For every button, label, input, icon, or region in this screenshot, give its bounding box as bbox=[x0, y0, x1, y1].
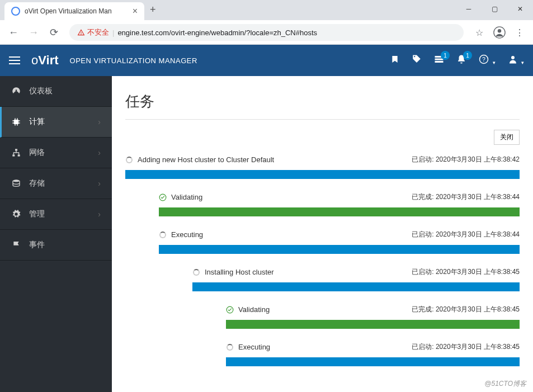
task-name: Validating bbox=[238, 305, 407, 314]
sidebar-item-events[interactable]: 事件 bbox=[0, 230, 112, 261]
sidebar-item-compute[interactable]: 计算 › bbox=[0, 107, 112, 138]
dashboard-icon bbox=[11, 87, 21, 96]
network-icon bbox=[11, 148, 21, 157]
warning-triangle-icon bbox=[77, 29, 85, 36]
task-name: Executing bbox=[238, 343, 407, 351]
task-timestamp: 已启动: 2020年3月30日 上午8:38:45 bbox=[412, 267, 520, 277]
browser-tab[interactable]: oVirt Open Virtualization Man × bbox=[4, 2, 144, 20]
app-header: oVirt OPEN VIRTUALIZATION MANAGER 1 1 ? … bbox=[0, 45, 533, 76]
back-button[interactable]: ← bbox=[4, 23, 22, 41]
sidebar-item-label: 仪表板 bbox=[29, 86, 101, 96]
flag-icon bbox=[11, 240, 21, 249]
url-input[interactable]: 不安全 | engine.test.com/ovirt-engine/webad… bbox=[69, 24, 464, 41]
sidebar-item-label: 存储 bbox=[29, 178, 90, 188]
profile-button[interactable] bbox=[490, 23, 508, 41]
task-header[interactable]: Executing已启动: 2020年3月30日 上午8:38:44 bbox=[159, 226, 520, 243]
app-logo: oVirt bbox=[31, 53, 59, 68]
new-tab-button[interactable]: + bbox=[144, 0, 162, 20]
tasks-list: Adding new Host cluster to Cluster Defau… bbox=[125, 152, 520, 366]
window-close-button[interactable]: ✕ bbox=[507, 0, 533, 18]
task-name: Executing bbox=[171, 230, 407, 239]
sidebar-item-dashboard[interactable]: 仪表板 bbox=[0, 76, 112, 107]
app-body: 仪表板 计算 › 网络 › 存储 › 管理 › 事件 任务 bbox=[0, 76, 533, 392]
window-minimize-button[interactable]: ─ bbox=[456, 0, 482, 18]
check-circle-icon bbox=[159, 193, 167, 201]
task-header[interactable]: Validating已完成: 2020年3月30日 上午8:38:44 bbox=[159, 189, 520, 205]
browser-chrome: ─ ▢ ✕ oVirt Open Virtualization Man × + … bbox=[0, 0, 533, 45]
task-header[interactable]: Executing已启动: 2020年3月30日 上午8:38:45 bbox=[226, 339, 520, 355]
address-bar: ← → ⟳ 不安全 | engine.test.com/ovirt-engine… bbox=[0, 20, 533, 45]
main-content: 任务 关闭 Adding new Host cluster to Cluster… bbox=[112, 76, 533, 392]
menu-toggle-button[interactable] bbox=[9, 54, 20, 67]
task-name: Installing Host cluster bbox=[205, 268, 407, 276]
security-warning: 不安全 bbox=[77, 27, 109, 37]
svg-rect-9 bbox=[15, 149, 17, 150]
gear-icon bbox=[11, 210, 21, 219]
task-name: Adding new Host cluster to Cluster Defau… bbox=[138, 155, 407, 164]
svg-rect-8 bbox=[14, 120, 18, 124]
task-timestamp: 已完成: 2020年3月30日 上午8:38:45 bbox=[412, 305, 520, 314]
task-timestamp: 已启动: 2020年3月30日 上午8:38:44 bbox=[412, 230, 520, 239]
chevron-right-icon: › bbox=[98, 148, 101, 157]
sidebar-item-label: 事件 bbox=[29, 240, 101, 250]
tab-title: oVirt Open Virtualization Man bbox=[25, 7, 128, 15]
bookmark-button[interactable]: ☆ bbox=[470, 23, 488, 41]
help-icon: ? bbox=[479, 54, 489, 64]
task-header[interactable]: Installing Host cluster已启动: 2020年3月30日 上… bbox=[192, 264, 520, 280]
sidebar: 仪表板 计算 › 网络 › 存储 › 管理 › 事件 bbox=[0, 76, 112, 392]
sidebar-item-network[interactable]: 网络 › bbox=[0, 138, 112, 168]
window-maximize-button[interactable]: ▢ bbox=[482, 0, 507, 18]
svg-point-1 bbox=[498, 29, 501, 32]
task-header[interactable]: Adding new Host cluster to Cluster Defau… bbox=[125, 152, 520, 168]
task-timestamp: 已完成: 2020年3月30日 上午8:38:44 bbox=[412, 192, 520, 202]
progress-bar bbox=[125, 170, 520, 179]
tasks-button[interactable]: 1 bbox=[434, 54, 444, 67]
tab-bar: oVirt Open Virtualization Man × + bbox=[0, 0, 533, 20]
spinner-icon bbox=[159, 231, 167, 239]
action-row: 关闭 bbox=[125, 130, 520, 145]
user-menu-button[interactable]: ▾ bbox=[508, 54, 524, 67]
tag-icon bbox=[412, 54, 422, 64]
security-label: 不安全 bbox=[87, 27, 109, 37]
task-timestamp: 已启动: 2020年3月30日 上午8:38:42 bbox=[412, 155, 520, 164]
help-button[interactable]: ? ▾ bbox=[479, 54, 495, 67]
progress-bar bbox=[192, 282, 520, 291]
sidebar-item-admin[interactable]: 管理 › bbox=[0, 199, 112, 230]
tab-close-icon[interactable]: × bbox=[133, 7, 138, 16]
divider bbox=[125, 119, 520, 120]
watermark: @51CTO博客 bbox=[484, 379, 526, 389]
svg-text:?: ? bbox=[482, 56, 485, 63]
url-text: engine.test.com/ovirt-engine/webadmin/?l… bbox=[117, 29, 317, 37]
svg-rect-11 bbox=[18, 154, 20, 156]
sidebar-item-label: 网络 bbox=[29, 148, 90, 158]
task-header[interactable]: Validating已完成: 2020年3月30日 上午8:38:45 bbox=[226, 301, 520, 318]
tags-button[interactable] bbox=[412, 54, 422, 67]
app-subtitle: OPEN VIRTUALIZATION MANAGER bbox=[70, 56, 197, 65]
task-row: Executing已启动: 2020年3月30日 上午8:38:45 bbox=[226, 339, 520, 366]
sidebar-item-label: 管理 bbox=[29, 209, 90, 219]
progress-bar bbox=[159, 245, 520, 254]
forward-button[interactable]: → bbox=[25, 23, 43, 41]
task-row: Adding new Host cluster to Cluster Defau… bbox=[125, 152, 520, 179]
task-row: Validating已完成: 2020年3月30日 上午8:38:44 bbox=[159, 189, 520, 216]
svg-point-7 bbox=[511, 56, 515, 59]
bookmark-header-button[interactable] bbox=[390, 55, 399, 66]
progress-bar bbox=[226, 320, 520, 329]
svg-rect-4 bbox=[435, 61, 444, 63]
sidebar-item-label: 计算 bbox=[29, 117, 90, 127]
window-controls: ─ ▢ ✕ bbox=[456, 0, 533, 18]
chevron-right-icon: › bbox=[98, 179, 101, 188]
browser-menu-button[interactable]: ⋮ bbox=[511, 23, 529, 41]
storage-icon bbox=[11, 179, 21, 188]
svg-point-12 bbox=[13, 180, 20, 182]
svg-rect-10 bbox=[12, 154, 15, 156]
close-button[interactable]: 关闭 bbox=[494, 130, 520, 145]
tasks-badge: 1 bbox=[441, 51, 450, 60]
alerts-badge: 1 bbox=[463, 51, 472, 60]
sidebar-item-storage[interactable]: 存储 › bbox=[0, 168, 112, 199]
task-row: Executing已启动: 2020年3月30日 上午8:38:44 bbox=[159, 226, 520, 254]
progress-bar bbox=[159, 207, 520, 216]
spinner-icon bbox=[226, 343, 234, 351]
alerts-button[interactable]: 1 bbox=[456, 54, 466, 67]
reload-button[interactable]: ⟳ bbox=[45, 23, 63, 41]
